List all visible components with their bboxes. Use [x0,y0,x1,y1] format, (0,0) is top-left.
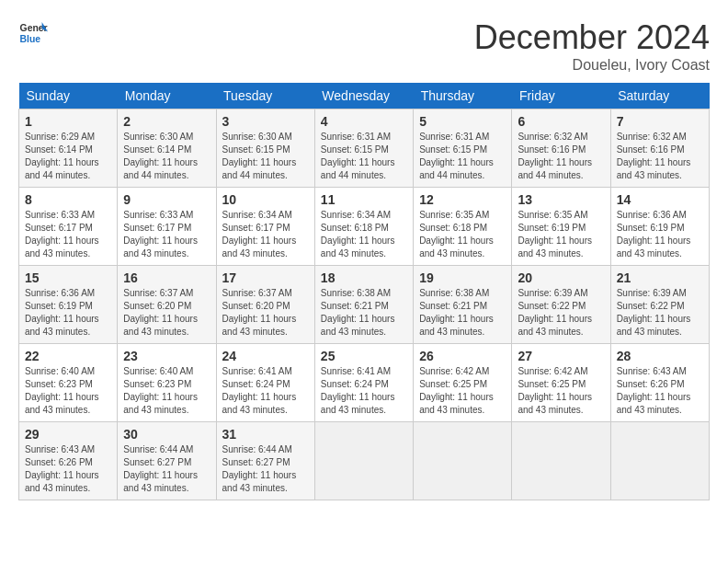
day-info: Sunrise: 6:32 AMSunset: 6:16 PMDaylight:… [518,131,604,182]
day-number: 7 [617,114,703,129]
day-number: 24 [222,349,309,363]
header: General Blue December 2024 Doueleu, Ivor… [18,18,710,74]
calendar-cell: 18Sunrise: 6:38 AMSunset: 6:21 PMDayligh… [314,266,413,344]
day-number: 17 [222,270,309,285]
day-info: Sunrise: 6:34 AMSunset: 6:17 PMDaylight:… [222,209,309,260]
day-number: 27 [518,349,604,363]
day-number: 10 [222,192,309,207]
day-info: Sunrise: 6:40 AMSunset: 6:23 PMDaylight:… [123,365,210,417]
logo-icon: General Blue [18,18,48,48]
calendar-cell: 1Sunrise: 6:29 AMSunset: 6:14 PMDaylight… [19,109,118,188]
calendar-cell: 5Sunrise: 6:31 AMSunset: 6:15 PMDaylight… [414,109,512,188]
day-number: 12 [419,192,506,207]
day-number: 29 [25,427,111,442]
calendar-cell: 4Sunrise: 6:31 AMSunset: 6:15 PMDaylight… [314,109,413,188]
day-number: 2 [123,114,210,129]
calendar-cell: 7Sunrise: 6:32 AMSunset: 6:16 PMDaylight… [610,109,709,188]
day-number: 31 [222,427,309,442]
calendar-cell: 28Sunrise: 6:43 AMSunset: 6:26 PMDayligh… [610,344,709,422]
day-number: 26 [419,349,506,363]
day-info: Sunrise: 6:30 AMSunset: 6:14 PMDaylight:… [123,131,210,182]
day-number: 23 [123,349,210,363]
day-info: Sunrise: 6:36 AMSunset: 6:19 PMDaylight:… [617,209,703,260]
calendar-cell [512,422,610,500]
calendar-cell: 14Sunrise: 6:36 AMSunset: 6:19 PMDayligh… [610,188,709,266]
calendar-table: Sunday Monday Tuesday Wednesday Thursday… [18,83,710,500]
calendar-cell: 17Sunrise: 6:37 AMSunset: 6:20 PMDayligh… [216,266,314,344]
logo: General Blue [18,18,48,48]
calendar-cell: 26Sunrise: 6:42 AMSunset: 6:25 PMDayligh… [414,344,512,422]
calendar-cell: 24Sunrise: 6:41 AMSunset: 6:24 PMDayligh… [216,344,314,422]
location-title: Doueleu, Ivory Coast [474,57,710,74]
day-info: Sunrise: 6:32 AMSunset: 6:16 PMDaylight:… [617,131,703,182]
col-friday: Friday [512,83,610,109]
col-monday: Monday [118,83,216,109]
col-thursday: Thursday [414,83,512,109]
calendar-cell: 23Sunrise: 6:40 AMSunset: 6:23 PMDayligh… [118,344,216,422]
day-number: 22 [25,349,111,363]
day-info: Sunrise: 6:41 AMSunset: 6:24 PMDaylight:… [321,365,407,417]
day-info: Sunrise: 6:36 AMSunset: 6:19 PMDaylight:… [25,287,111,339]
calendar-cell: 2Sunrise: 6:30 AMSunset: 6:14 PMDaylight… [118,109,216,188]
calendar-cell: 12Sunrise: 6:35 AMSunset: 6:18 PMDayligh… [414,188,512,266]
calendar-cell: 27Sunrise: 6:42 AMSunset: 6:25 PMDayligh… [512,344,610,422]
day-number: 9 [123,192,210,207]
day-number: 1 [25,114,111,129]
day-number: 8 [25,192,111,207]
day-info: Sunrise: 6:29 AMSunset: 6:14 PMDaylight:… [25,131,111,182]
calendar-week-row: 15Sunrise: 6:36 AMSunset: 6:19 PMDayligh… [19,266,710,344]
day-number: 14 [617,192,703,207]
calendar-cell: 20Sunrise: 6:39 AMSunset: 6:22 PMDayligh… [512,266,610,344]
calendar-week-row: 29Sunrise: 6:43 AMSunset: 6:26 PMDayligh… [19,422,710,500]
calendar-cell: 25Sunrise: 6:41 AMSunset: 6:24 PMDayligh… [314,344,413,422]
calendar-cell: 9Sunrise: 6:33 AMSunset: 6:17 PMDaylight… [118,188,216,266]
day-number: 25 [321,349,407,363]
calendar-cell: 6Sunrise: 6:32 AMSunset: 6:16 PMDaylight… [512,109,610,188]
svg-text:Blue: Blue [20,34,41,44]
calendar-cell [314,422,413,500]
day-number: 16 [123,270,210,285]
day-number: 4 [321,114,407,129]
calendar-week-row: 8Sunrise: 6:33 AMSunset: 6:17 PMDaylight… [19,188,710,266]
calendar-cell: 13Sunrise: 6:35 AMSunset: 6:19 PMDayligh… [512,188,610,266]
day-info: Sunrise: 6:33 AMSunset: 6:17 PMDaylight:… [25,209,111,260]
calendar-cell: 29Sunrise: 6:43 AMSunset: 6:26 PMDayligh… [19,422,118,500]
calendar-cell: 15Sunrise: 6:36 AMSunset: 6:19 PMDayligh… [19,266,118,344]
header-row: Sunday Monday Tuesday Wednesday Thursday… [19,83,710,109]
day-info: Sunrise: 6:34 AMSunset: 6:18 PMDaylight:… [321,209,407,260]
calendar-cell: 19Sunrise: 6:38 AMSunset: 6:21 PMDayligh… [414,266,512,344]
calendar-cell: 31Sunrise: 6:44 AMSunset: 6:27 PMDayligh… [216,422,314,500]
calendar-cell: 3Sunrise: 6:30 AMSunset: 6:15 PMDaylight… [216,109,314,188]
calendar-cell: 16Sunrise: 6:37 AMSunset: 6:20 PMDayligh… [118,266,216,344]
day-number: 13 [518,192,604,207]
day-info: Sunrise: 6:37 AMSunset: 6:20 PMDaylight:… [123,287,210,339]
day-info: Sunrise: 6:40 AMSunset: 6:23 PMDaylight:… [25,365,111,417]
calendar-week-row: 1Sunrise: 6:29 AMSunset: 6:14 PMDaylight… [19,109,710,188]
day-info: Sunrise: 6:38 AMSunset: 6:21 PMDaylight:… [419,287,506,339]
day-number: 11 [321,192,407,207]
day-info: Sunrise: 6:38 AMSunset: 6:21 PMDaylight:… [321,287,407,339]
day-info: Sunrise: 6:42 AMSunset: 6:25 PMDaylight:… [518,365,604,417]
day-info: Sunrise: 6:43 AMSunset: 6:26 PMDaylight:… [25,443,111,495]
day-info: Sunrise: 6:39 AMSunset: 6:22 PMDaylight:… [518,287,604,339]
day-number: 28 [617,349,703,363]
calendar-cell: 21Sunrise: 6:39 AMSunset: 6:22 PMDayligh… [610,266,709,344]
day-info: Sunrise: 6:44 AMSunset: 6:27 PMDaylight:… [123,443,210,495]
calendar-cell: 11Sunrise: 6:34 AMSunset: 6:18 PMDayligh… [314,188,413,266]
calendar-cell: 22Sunrise: 6:40 AMSunset: 6:23 PMDayligh… [19,344,118,422]
day-number: 30 [123,427,210,442]
calendar-week-row: 22Sunrise: 6:40 AMSunset: 6:23 PMDayligh… [19,344,710,422]
day-info: Sunrise: 6:31 AMSunset: 6:15 PMDaylight:… [419,131,506,182]
calendar-cell: 10Sunrise: 6:34 AMSunset: 6:17 PMDayligh… [216,188,314,266]
day-number: 6 [518,114,604,129]
day-info: Sunrise: 6:41 AMSunset: 6:24 PMDaylight:… [222,365,309,417]
title-area: December 2024 Doueleu, Ivory Coast [474,18,710,74]
col-sunday: Sunday [19,83,118,109]
day-info: Sunrise: 6:42 AMSunset: 6:25 PMDaylight:… [419,365,506,417]
calendar-cell [610,422,709,500]
day-info: Sunrise: 6:35 AMSunset: 6:18 PMDaylight:… [419,209,506,260]
day-number: 5 [419,114,506,129]
day-number: 18 [321,270,407,285]
col-tuesday: Tuesday [216,83,314,109]
col-saturday: Saturday [610,83,709,109]
